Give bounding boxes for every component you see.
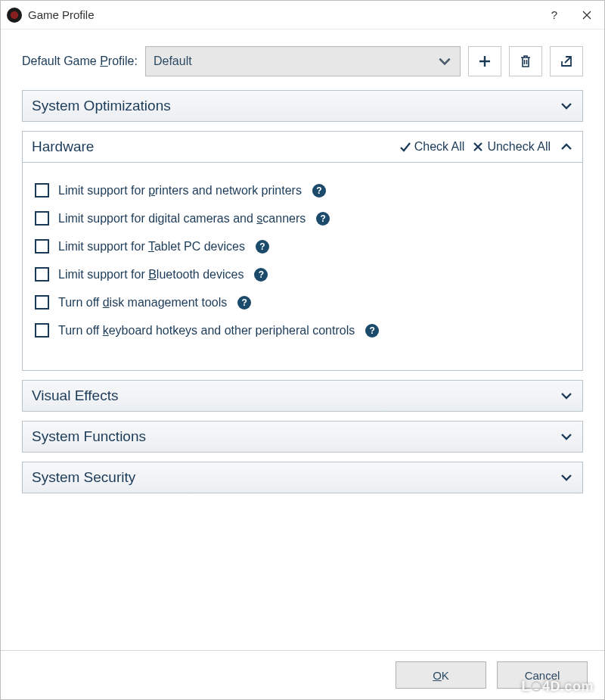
checkbox-tablet-pc[interactable] (35, 239, 49, 254)
chevron-down-icon (560, 389, 573, 403)
chevron-down-icon (560, 99, 573, 113)
checkbox-disk-management[interactable] (35, 295, 49, 310)
option-disk-management: Turn off disk management tools ? (35, 288, 570, 316)
help-icon[interactable]: ? (256, 240, 269, 254)
help-icon[interactable]: ? (312, 184, 326, 198)
checkbox-cameras-scanners[interactable] (35, 211, 49, 226)
help-icon[interactable]: ? (237, 296, 251, 310)
check-icon (399, 141, 411, 153)
option-printers: Limit support for printers and network p… (35, 176, 570, 204)
panel-hardware: Hardware Check All Uncheck All (22, 131, 583, 371)
game-profile-window: Game Profile ? Default Game Profile: Def… (0, 0, 605, 700)
checkbox-printers[interactable] (35, 183, 49, 198)
window-title: Game Profile (28, 8, 95, 21)
trash-icon (518, 54, 533, 69)
chevron-down-icon (437, 54, 452, 69)
profile-row: Default Game Profile: Default (22, 46, 583, 76)
panel-system-functions: System Functions (22, 421, 583, 453)
checkbox-bluetooth[interactable] (35, 267, 49, 282)
plus-icon (477, 54, 492, 69)
titlebar: Game Profile ? (1, 1, 604, 30)
share-icon (559, 54, 574, 69)
help-button[interactable]: ? (539, 1, 569, 30)
panel-visual-effects: Visual Effects (22, 380, 583, 412)
profile-dropdown-value: Default (154, 54, 437, 68)
cancel-button[interactable]: Cancel (497, 661, 588, 689)
option-cameras-scanners: Limit support for digital cameras and sc… (35, 204, 570, 232)
check-all-button[interactable]: Check All (398, 140, 467, 154)
help-icon[interactable]: ? (254, 268, 268, 282)
uncheck-all-button[interactable]: Uncheck All (470, 140, 552, 154)
profile-dropdown[interactable]: Default (145, 46, 461, 76)
option-bluetooth: Limit support for Bluetooth devices ? (35, 260, 570, 288)
help-icon[interactable]: ? (365, 324, 379, 338)
content-area: Default Game Profile: Default (1, 30, 604, 650)
x-icon (472, 141, 484, 153)
panel-header-hardware[interactable]: Hardware Check All Uncheck All (22, 131, 583, 163)
panel-system-security: System Security (22, 462, 583, 493)
checkbox-keyboard-hotkeys[interactable] (35, 323, 49, 338)
profile-label: Default Game Profile: (22, 54, 138, 68)
panel-header-system-functions[interactable]: System Functions (22, 421, 583, 453)
ok-button[interactable]: OK (396, 661, 486, 689)
app-icon (7, 8, 22, 23)
panel-body-hardware: Limit support for printers and network p… (22, 163, 583, 371)
delete-profile-button[interactable] (509, 46, 542, 76)
export-profile-button[interactable] (550, 46, 583, 76)
panel-header-system-security[interactable]: System Security (22, 462, 583, 493)
panel-header-visual-effects[interactable]: Visual Effects (22, 380, 583, 412)
chevron-down-icon (560, 471, 573, 484)
add-profile-button[interactable] (468, 46, 501, 76)
panel-system-optimizations: System Optimizations (22, 90, 583, 122)
close-icon (582, 11, 591, 20)
help-icon[interactable]: ? (316, 212, 330, 226)
panel-header-system-optimizations[interactable]: System Optimizations (22, 90, 583, 122)
option-keyboard-hotkeys: Turn off keyboard hotkeys and other peri… (35, 316, 570, 344)
footer: OK Cancel (1, 650, 604, 699)
option-tablet-pc: Limit support for Tablet PC devices ? (35, 232, 570, 260)
chevron-up-icon (560, 140, 573, 154)
chevron-down-icon (560, 430, 573, 443)
close-button[interactable] (569, 1, 604, 30)
